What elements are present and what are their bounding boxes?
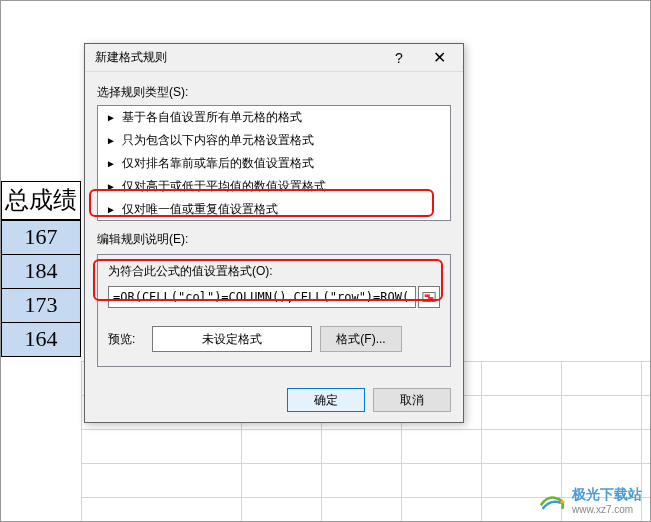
- cell-value[interactable]: 184: [1, 255, 81, 289]
- rule-type-list[interactable]: ►基于各自值设置所有单元格的格式 ►只为包含以下内容的单元格设置格式 ►仅对排名…: [97, 105, 451, 221]
- rule-type-label: 仅对唯一值或重复值设置格式: [122, 201, 278, 218]
- collapse-dialog-button[interactable]: [418, 286, 440, 308]
- rule-type-label: 基于各自值设置所有单元格的格式: [122, 109, 302, 126]
- rule-type-label: 仅对排名靠前或靠后的数值设置格式: [122, 155, 314, 172]
- arrow-icon: ►: [106, 112, 116, 123]
- svg-rect-2: [428, 297, 433, 300]
- column-header: 总成绩: [1, 181, 81, 221]
- watermark-icon: [538, 487, 566, 515]
- formula-condition-label: 为符合此公式的值设置格式(O):: [108, 263, 440, 280]
- close-button[interactable]: ✕: [419, 46, 459, 70]
- edit-rule-description-label: 编辑规则说明(E):: [97, 231, 451, 248]
- help-button[interactable]: ?: [379, 46, 419, 70]
- rule-type-label: 仅对高于或低于平均值的数值设置格式: [122, 178, 326, 195]
- watermark-name: 极光下载站: [572, 486, 642, 502]
- format-button[interactable]: 格式(F)...: [320, 326, 402, 352]
- visible-column: 总成绩 167 184 173 164: [1, 181, 81, 357]
- svg-rect-1: [425, 294, 430, 297]
- dialog-titlebar: 新建格式规则 ? ✕: [85, 44, 463, 72]
- new-formatting-rule-dialog: 新建格式规则 ? ✕ 选择规则类型(S): ►基于各自值设置所有单元格的格式 ►…: [84, 43, 464, 423]
- rule-type-item[interactable]: ►只为包含以下内容的单元格设置格式: [98, 129, 450, 152]
- watermark-url: www.xz7.com: [572, 504, 642, 515]
- rule-type-label: 只为包含以下内容的单元格设置格式: [122, 132, 314, 149]
- rule-description-box: 为符合此公式的值设置格式(O): 预览: 未设定格式 格式(F)...: [97, 254, 451, 367]
- format-preview: 未设定格式: [152, 326, 312, 352]
- arrow-icon: ►: [106, 158, 116, 169]
- cell-value[interactable]: 173: [1, 289, 81, 323]
- arrow-icon: ►: [106, 181, 116, 192]
- cancel-button[interactable]: 取消: [373, 388, 451, 412]
- cell-value[interactable]: 167: [1, 221, 81, 255]
- formula-input[interactable]: [108, 286, 416, 308]
- dialog-title: 新建格式规则: [95, 49, 379, 66]
- range-select-icon: [422, 290, 436, 304]
- rule-type-item[interactable]: ►仅对高于或低于平均值的数值设置格式: [98, 175, 450, 198]
- preview-label: 预览:: [108, 331, 144, 348]
- ok-button[interactable]: 确定: [287, 388, 365, 412]
- rule-type-item[interactable]: ►基于各自值设置所有单元格的格式: [98, 106, 450, 129]
- cell-value[interactable]: 164: [1, 323, 81, 357]
- select-rule-type-label: 选择规则类型(S):: [97, 84, 451, 101]
- rule-type-item[interactable]: ►仅对唯一值或重复值设置格式: [98, 198, 450, 221]
- rule-type-item[interactable]: ►仅对排名靠前或靠后的数值设置格式: [98, 152, 450, 175]
- arrow-icon: ►: [106, 135, 116, 146]
- arrow-icon: ►: [106, 204, 116, 215]
- watermark: 极光下载站 www.xz7.com: [538, 486, 642, 515]
